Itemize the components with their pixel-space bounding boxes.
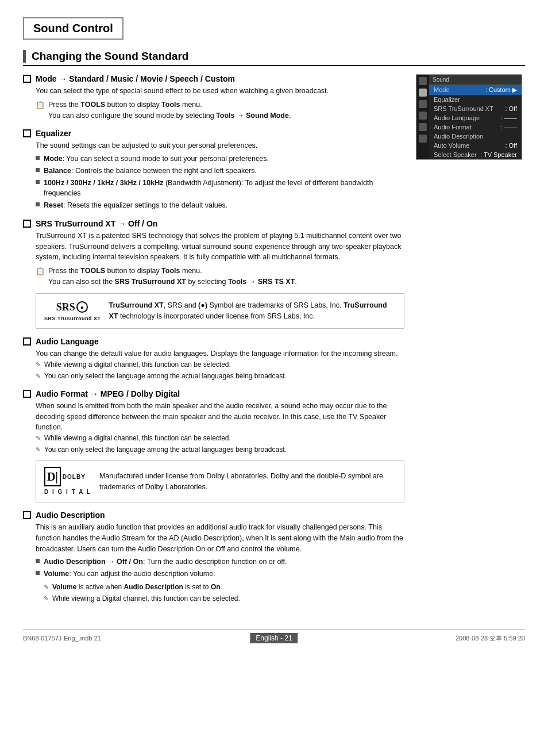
sidebar-icon-1	[419, 77, 427, 85]
dolby-infobox-text: Manufactured under license from Dolby La…	[99, 471, 396, 493]
tv-menu-items: Sound Mode : Custom ▶ Equalizer SRS TruS…	[429, 75, 522, 159]
subsection-title-eq: Equalizer	[36, 129, 71, 138]
subsection-title-mode: Mode → Standard / Music / Movie / Speech…	[36, 74, 235, 83]
section-header: Changing the Sound Standard	[23, 50, 525, 66]
page-number-box: English - 21	[250, 633, 298, 643]
tv-row-label-av: Auto Volume	[434, 142, 469, 149]
mode-tools-text-1: Press the TOOLS button to display Tools …	[48, 99, 291, 121]
note-icon-af-1: ✎	[36, 433, 41, 443]
sidebar-icon-5	[419, 123, 427, 131]
subsection-body-srs: TruSurround XT is a patented SRS technol…	[23, 231, 404, 329]
ad-sub-text-1: Volume is active when Audio Description …	[52, 582, 222, 592]
tv-menu-header: Sound	[429, 75, 522, 85]
tv-row-value-av: : Off	[505, 142, 517, 149]
main-content-left: Mode → Standard / Music / Movie / Speech…	[23, 74, 404, 612]
tv-menu-row-mode: Mode : Custom ▶	[429, 85, 522, 95]
checkbox-icon-eq	[23, 129, 31, 137]
ad-sub-note-1: ✎ Volume is active when Audio Descriptio…	[44, 582, 404, 592]
section-title-bar	[23, 50, 26, 63]
al-note-1: ✎ While viewing a digital channel, this …	[36, 359, 404, 370]
footer-left: BN68-01757J-Eng_.indb 21	[23, 635, 101, 642]
subsection-mode: Mode → Standard / Music / Movie / Speech…	[23, 74, 404, 121]
subsection-equalizer: Equalizer The sound settings can be adju…	[23, 129, 404, 211]
tv-row-label-al: Audio Language	[434, 114, 480, 121]
eq-body-text: The sound settings can be adjusted to su…	[36, 140, 404, 151]
bullet-ad-onoff: Audio Description → Off / On: Turn the a…	[36, 557, 404, 567]
tv-menu-row-ad: Audio Description	[429, 132, 522, 141]
srs-tools-note: 📋 Press the TOOLS button to display Tool…	[36, 266, 404, 287]
dolby-digital-label: D I G I T A L	[44, 488, 91, 496]
subsection-audio-language: Audio Language You can change the defaul…	[23, 337, 404, 381]
subsection-audio-desc: Audio Description This is an auxiliary a…	[23, 511, 404, 604]
checkbox-icon-ad	[23, 511, 31, 519]
dolby-brand-text: DOLBY	[63, 473, 86, 481]
dolby-logo: D| DOLBY D I G I T A L	[44, 467, 91, 496]
tv-row-label-ss: Select Speaker	[434, 151, 477, 158]
mode-tools-note-1: 📋 Press the TOOLS button to display Tool…	[36, 99, 404, 121]
subsection-body-eq: The sound settings can be adjusted to su…	[23, 140, 404, 211]
mode-body-text: You can select the type of special sound…	[36, 86, 404, 97]
af-note-text-2: You can only select the language among t…	[44, 444, 287, 455]
srs-logo: SRS ● SRS TruSurround XT	[44, 300, 101, 323]
tv-menu-row-srs: SRS TruSurround XT : Off	[429, 104, 522, 113]
tv-menu-row-eq: Equalizer	[429, 95, 522, 104]
ad-sub-text-2: While viewing a Digital channel, this fu…	[52, 593, 240, 604]
tv-row-value-mode: : Custom ▶	[485, 86, 517, 94]
dolby-d-icon: D|	[44, 467, 61, 486]
note-icon-2: ✎	[36, 371, 41, 381]
sidebar-icon-2	[419, 89, 427, 97]
tv-menu-panel: Sound Mode : Custom ▶ Equalizer SRS TruS…	[416, 74, 525, 612]
tv-sidebar	[416, 75, 429, 159]
tv-row-label-mode: Mode	[434, 86, 450, 94]
bullet-ad-volume: Volume: You can adjust the audio descrip…	[36, 569, 404, 580]
dolby-infobox: D| DOLBY D I G I T A L Manufactured unde…	[36, 460, 404, 502]
tv-menu: Sound Mode : Custom ▶ Equalizer SRS TruS…	[416, 74, 522, 160]
subsection-body-al: You can change the default value for aud…	[23, 348, 404, 381]
srs-tools-text: Press the TOOLS button to display Tools …	[48, 266, 297, 287]
tools-icon-srs: 📋	[36, 266, 45, 277]
checkbox-icon-srs	[23, 220, 31, 228]
tv-row-label-srs: SRS TruSurround XT	[434, 105, 493, 112]
ad-sub-notes: ✎ Volume is active when Audio Descriptio…	[36, 582, 404, 604]
note-icon-af-2: ✎	[36, 445, 41, 455]
al-body-text: You can change the default value for aud…	[36, 348, 404, 359]
checkbox-icon-al	[23, 337, 31, 346]
subsection-audio-format: Audio Format → MPEG / Dolby Digital When…	[23, 389, 404, 502]
subsection-title-ad: Audio Description	[36, 511, 105, 520]
srs-infobox: SRS ● SRS TruSurround XT TruSurround XT,…	[36, 293, 404, 329]
tv-row-label-af: Audio Format	[434, 124, 472, 131]
eq-bullet-list: Mode: You can select a sound mode to sui…	[36, 153, 404, 211]
sidebar-icon-3	[419, 100, 427, 108]
tv-menu-row-al: Audio Language : ——	[429, 113, 522, 122]
subsection-body-ad: This is an auxiliary audio function that…	[23, 522, 404, 604]
subsection-title-af: Audio Format → MPEG / Dolby Digital	[36, 389, 180, 398]
al-note-text-2: You can only select the language among t…	[44, 371, 287, 381]
al-note-2: ✎ You can only select the language among…	[36, 371, 404, 381]
tv-menu-title: Sound	[433, 76, 449, 83]
page-title-box: Sound Control	[23, 17, 124, 40]
tv-row-value-ss: : TV Speaker	[480, 151, 517, 158]
note-icon-ad-1: ✎	[44, 582, 49, 592]
af-note-1: ✎ While viewing a digital channel, this …	[36, 433, 404, 443]
tv-row-label-ad: Audio Description	[434, 133, 483, 140]
bullet-bandwidth: 100Hz / 300Hz / 1kHz / 3kHz / 10kHz (Ban…	[36, 178, 404, 199]
sidebar-icon-4	[419, 112, 427, 120]
tv-row-value-af: : ——	[501, 124, 517, 131]
subsection-body-af: When sound is emitted from both the main…	[23, 401, 404, 502]
tv-menu-sidebar: Sound Mode : Custom ▶ Equalizer SRS TruS…	[416, 75, 522, 159]
tv-menu-row-af: Audio Format : ——	[429, 122, 522, 132]
subsection-title-srs: SRS TruSurround XT → Off / On	[36, 219, 157, 228]
tools-icon-1: 📋	[36, 99, 45, 111]
al-note-text-1: While viewing a digital channel, this fu…	[44, 359, 231, 370]
ad-body-text: This is an auxiliary audio function that…	[36, 522, 404, 554]
ad-bullet-list: Audio Description → Off / On: Turn the a…	[36, 557, 404, 580]
srs-body-text: TruSurround XT is a patented SRS technol…	[36, 231, 404, 263]
bullet-reset: Reset: Resets the equalizer settings to …	[36, 200, 404, 211]
tv-row-value-al: : ——	[501, 114, 517, 121]
af-body-text: When sound is emitted from both the main…	[36, 401, 404, 433]
af-note-text-1: While viewing a digital channel, this fu…	[44, 433, 231, 443]
footer: BN68-01757J-Eng_.indb 21 English - 21 20…	[23, 629, 525, 643]
note-icon-ad-2: ✎	[44, 594, 49, 604]
page-title: Sound Control	[33, 22, 113, 34]
srs-circle-icon: ●	[76, 301, 88, 313]
